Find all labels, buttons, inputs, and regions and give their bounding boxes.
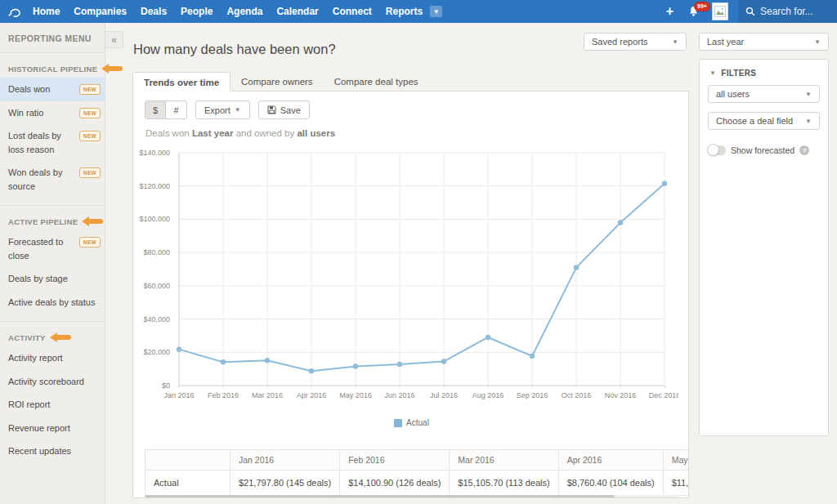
- tab-compare-deal-types[interactable]: Compare deal types: [324, 72, 429, 91]
- deals-chart: $0$20,000$40,000$60,000$80,000$100,000$1…: [133, 145, 678, 404]
- filters-panel: ▼ FILTERS all users ▼ Choose a deal fiel…: [699, 59, 829, 436]
- svg-text:Mar 2016: Mar 2016: [252, 391, 283, 399]
- data-table-body: Actual$21,797.80 (145 deals)$14,100.90 (…: [145, 471, 690, 496]
- svg-text:Jan 2016: Jan 2016: [163, 391, 194, 399]
- chevron-down-icon: ▼: [235, 106, 241, 114]
- monthly-data-table: Jan 2016Feb 2016Mar 2016Apr 2016May 2016…: [145, 449, 689, 496]
- sidebar-item-label: Deals won: [8, 83, 77, 96]
- sidebar-item[interactable]: Deals by stage: [0, 267, 105, 291]
- chart-subtitle: Deals won Last year and owned by all use…: [145, 128, 335, 138]
- horizontal-scrollbar[interactable]: [145, 495, 678, 498]
- svg-text:May 2016: May 2016: [339, 391, 372, 399]
- tab-trends-over-time[interactable]: Trends over time: [132, 72, 231, 91]
- svg-text:$80,000: $80,000: [143, 248, 170, 256]
- sidebar-item[interactable]: Active deals by status: [0, 291, 105, 314]
- nav-item-reports[interactable]: Reports: [386, 6, 423, 17]
- nav-item-people[interactable]: People: [181, 6, 213, 17]
- sidebar-section-heading: ACTIVE PIPELINE: [0, 216, 105, 230]
- table-column-header: Jan 2016: [231, 450, 340, 471]
- data-table-head-row: Jan 2016Feb 2016Mar 2016Apr 2016May 2016…: [145, 450, 690, 471]
- period-dropdown[interactable]: Last year ▼: [699, 33, 829, 51]
- filters-header[interactable]: ▼ FILTERS: [700, 60, 828, 85]
- top-navigation: HomeCompaniesDealsPeopleAgendaCalendarCo…: [0, 0, 837, 23]
- tab-compare-owners[interactable]: Compare owners: [231, 72, 324, 91]
- table-column-header: May 2016: [663, 450, 689, 471]
- saved-reports-dropdown[interactable]: Saved reports ▼: [584, 33, 687, 51]
- scrollbar-thumb[interactable]: [145, 495, 615, 498]
- quick-add-button[interactable]: +: [666, 5, 674, 18]
- sidebar-item[interactable]: Win ratioNEW: [0, 101, 105, 125]
- sidebar-item[interactable]: Revenue report: [0, 417, 105, 440]
- deal-field-dropdown[interactable]: Choose a deal field ▼: [708, 112, 820, 130]
- app-logo-icon[interactable]: [8, 5, 22, 19]
- svg-text:$100,000: $100,000: [139, 215, 170, 223]
- new-badge: NEW: [79, 84, 101, 95]
- table-row-label: Actual: [145, 471, 231, 496]
- chevron-down-icon: ▼: [805, 91, 812, 98]
- show-forecasted-toggle[interactable]: [708, 145, 726, 155]
- sidebar-item[interactable]: Won deals by sourceNEW: [0, 161, 105, 198]
- nav-item-agenda[interactable]: Agenda: [226, 6, 262, 17]
- user-filter-dropdown[interactable]: all users ▼: [708, 85, 820, 103]
- toggle-knob: [707, 144, 719, 156]
- report-tabs: Trends over time Compare owners Compare …: [132, 72, 429, 91]
- table-column-header: [145, 450, 231, 471]
- help-icon[interactable]: ?: [799, 145, 809, 155]
- new-badge: NEW: [79, 167, 101, 178]
- sidebar-item-label: Lost deals by loss reason: [8, 129, 77, 156]
- sidebar-title: REPORTING MENU: [0, 23, 105, 53]
- svg-text:$60,000: $60,000: [143, 282, 170, 290]
- table-row: Actual$21,797.80 (145 deals)$14,100.90 (…: [145, 471, 690, 496]
- reports-chevron-down-icon[interactable]: ▼: [430, 6, 442, 17]
- nav-item-connect[interactable]: Connect: [333, 6, 372, 17]
- table-cell: $14,100.90 (126 deals): [340, 471, 450, 496]
- sidebar-collapse-button[interactable]: «: [105, 31, 123, 48]
- new-badge: NEW: [79, 131, 101, 141]
- sidebar-item-label: Won deals by source: [8, 166, 77, 193]
- table-cell: $15,105.70 (113 deals): [450, 471, 558, 496]
- count-mode-button[interactable]: #: [166, 101, 186, 118]
- svg-text:$120,000: $120,000: [139, 182, 170, 190]
- nav-item-home[interactable]: Home: [33, 6, 60, 17]
- chart-legend: Actual: [133, 418, 689, 427]
- sidebar-item-label: Recent updates: [8, 444, 101, 458]
- chevron-down-icon: ▼: [814, 38, 821, 46]
- sidebar-item-label: Deals by stage: [8, 272, 101, 286]
- svg-text:Jun 2016: Jun 2016: [384, 391, 414, 399]
- annotation-arrow-icon: [50, 332, 71, 342]
- nav-item-deals[interactable]: Deals: [141, 6, 167, 17]
- export-button[interactable]: Export ▼: [195, 100, 250, 119]
- chevron-down-icon: ▼: [709, 69, 716, 77]
- save-button[interactable]: Save: [258, 100, 310, 119]
- report-panel: $ # Export ▼ Save Deals won Last year an…: [132, 91, 689, 498]
- sidebar-item[interactable]: Recent updates: [0, 439, 105, 463]
- svg-text:$20,000: $20,000: [143, 348, 170, 356]
- svg-text:$40,000: $40,000: [143, 315, 170, 323]
- sidebar-item[interactable]: ROI report: [0, 393, 105, 417]
- sidebar-item[interactable]: Activity report: [0, 346, 105, 370]
- toggle-label: Show forecasted: [731, 145, 794, 155]
- sidebar-item[interactable]: Activity scoreboard: [0, 370, 105, 394]
- sidebar-item[interactable]: Lost deals by loss reasonNEW: [0, 124, 105, 161]
- sidebar-item[interactable]: Forecasted to closeNEW: [0, 230, 105, 267]
- sidebar-item-label: Revenue report: [8, 421, 101, 435]
- table-column-header: Mar 2016: [450, 450, 558, 471]
- global-search-input[interactable]: Search for...: [738, 0, 837, 23]
- sidebar-item-label: ROI report: [8, 398, 101, 412]
- search-placeholder: Search for...: [760, 6, 813, 17]
- notifications-button[interactable]: 99+: [688, 6, 699, 17]
- annotation-arrow-icon: [101, 64, 123, 74]
- svg-text:Jul 2016: Jul 2016: [430, 391, 458, 399]
- reporting-sidebar: REPORTING MENU HISTORICAL PIPELINEDeals …: [0, 23, 105, 504]
- legend-label: Actual: [406, 418, 429, 427]
- sidebar-item[interactable]: Deals wonNEW: [0, 78, 105, 101]
- user-avatar[interactable]: [712, 2, 728, 20]
- legend-swatch-icon: [394, 419, 402, 427]
- chevron-down-icon: ▼: [672, 38, 678, 46]
- nav-item-calendar[interactable]: Calendar: [276, 6, 318, 17]
- annotation-arrow-icon: [82, 216, 103, 226]
- currency-mode-button[interactable]: $: [145, 101, 166, 118]
- new-badge: NEW: [79, 237, 101, 248]
- nav-item-companies[interactable]: Companies: [74, 6, 127, 17]
- table-column-header: Apr 2016: [558, 450, 663, 471]
